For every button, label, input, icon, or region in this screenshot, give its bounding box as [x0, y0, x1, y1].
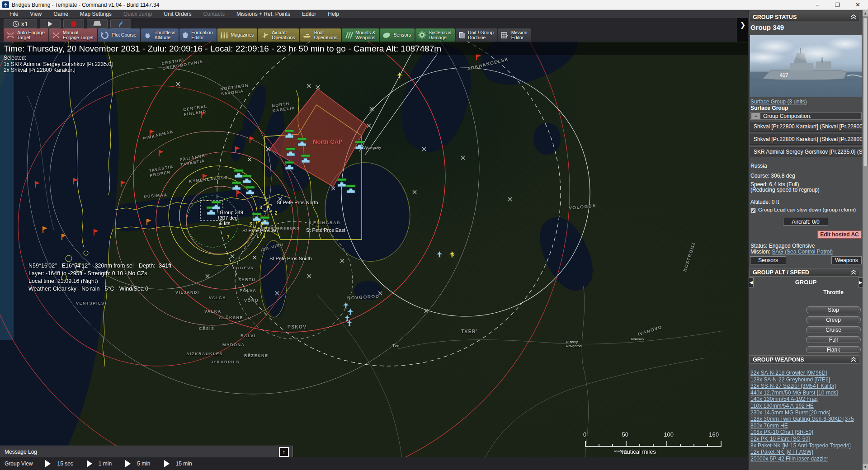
scroll-up-arrow[interactable]: ▲	[863, 10, 868, 16]
play-button[interactable]	[40, 19, 61, 28]
throttle-setting-button[interactable]: Flank	[806, 346, 861, 353]
bridge-view-button[interactable]	[87, 19, 108, 28]
aircraft-contact-icon[interactable]	[449, 251, 455, 258]
weapon-link[interactable]: 32x SS-N-27 Sizzler [3M54T Kalibr]	[750, 383, 859, 389]
group-alt-speed-header[interactable]: GROUP ALT / SPEED	[750, 268, 859, 277]
weapon-link[interactable]: 8x Paket-NK [M-15 Anti-Torpedo Torpedo]	[750, 442, 859, 449]
boat-operations-button[interactable]: BoatOperations	[300, 28, 341, 42]
manual-engage-target-button[interactable]: ManualEngage Target	[49, 28, 97, 42]
hostile-contact-icon[interactable]	[476, 54, 481, 60]
group-weapons-header[interactable]: GROUP WEAPONS	[750, 355, 859, 364]
hostile-contact-icon[interactable]	[159, 150, 164, 156]
ref-point-x[interactable]	[461, 156, 465, 160]
menu-item[interactable]: Editor	[296, 11, 322, 17]
friendly-ship-icon[interactable]	[232, 182, 241, 190]
map-viewport[interactable]: ??? Time: Thursday, 20 November 2031 - Z…	[0, 42, 748, 470]
weapon-link[interactable]: 128x 30mm Twin Gatling Gsh-6-30KD [375	[750, 416, 859, 422]
friendly-ship-icon[interactable]	[212, 201, 221, 209]
weapon-link[interactable]: 110x 130mm/54 A-192 HE	[750, 403, 859, 409]
sensors-panel-button[interactable]: Sensors	[750, 256, 786, 264]
group-status-header[interactable]: GROUP STATUS	[750, 13, 859, 21]
weapons-panel-button[interactable]: Weapons	[831, 256, 862, 264]
aircraft-count-button[interactable]: Aircraft: 0/0	[783, 218, 828, 226]
composition-item[interactable]: SKR Admiral Sergey Gorshkov [Pr.2235.0] …	[750, 146, 862, 157]
record-button[interactable]	[63, 19, 84, 28]
sensors-button[interactable]: Sensors	[380, 28, 415, 42]
ref-point-x[interactable]	[206, 274, 209, 278]
aircraft-operations-button[interactable]: AircraftOperations	[258, 28, 298, 42]
weapon-link[interactable]: 140x 130mm/54 A-192 Frag	[750, 396, 859, 402]
ref-point-x[interactable]	[176, 82, 180, 86]
mounts-weapons-button[interactable]: Mounts &Weapons	[342, 28, 379, 42]
time-step-button[interactable]: 5 min	[125, 460, 150, 467]
menu-item[interactable]: Help	[322, 11, 345, 17]
friendly-ship-icon[interactable]	[242, 175, 251, 183]
unit-group-doctrine-button[interactable]: Unit / GroupDoctrine	[456, 28, 497, 42]
weapon-link[interactable]: 128x SA-N-22 Greyhound [57E6]	[750, 376, 859, 383]
ref-point-x[interactable]	[425, 309, 428, 313]
friendly-ship-icon[interactable]	[234, 169, 243, 178]
weapon-link[interactable]: 440x 12.7mm/50 MG Burst [10 rnds]	[750, 390, 859, 396]
friendly-ship-icon[interactable]	[337, 179, 346, 187]
throttle-setting-button[interactable]: Full	[806, 336, 861, 343]
ref-point-x[interactable]	[508, 197, 512, 201]
menu-item[interactable]: Unit Orders	[158, 11, 197, 17]
ref-point-x[interactable]	[331, 187, 335, 190]
aircraft-contact-icon[interactable]	[347, 308, 354, 315]
friendly-ship-icon[interactable]	[252, 213, 261, 221]
menu-item[interactable]: Missions + Ref. Points	[231, 11, 296, 17]
ref-point-x[interactable]	[316, 85, 320, 89]
throttle-setting-button[interactable]: Cruise	[806, 326, 861, 333]
ref-point-x[interactable]	[340, 259, 344, 263]
friendly-ship-icon[interactable]	[245, 186, 255, 194]
maximize-button[interactable]: ❐	[827, 0, 848, 10]
close-button[interactable]: ✕	[848, 0, 868, 10]
aircraft-contact-icon[interactable]	[343, 302, 349, 309]
ref-point-x[interactable]	[422, 147, 426, 151]
ref-point-x[interactable]	[370, 107, 373, 111]
weapon-link[interactable]: 108x PK-10 Chaff [SR-50]	[750, 429, 859, 435]
aircraft-contact-icon[interactable]	[396, 72, 403, 79]
ref-point-x[interactable]	[307, 84, 311, 88]
friendly-ship-icon[interactable]	[285, 161, 294, 169]
sidebar-expander[interactable]: ❯	[737, 18, 749, 42]
weapon-link[interactable]: 32x SA-N-21d Growler [9M96D]	[750, 370, 859, 376]
throttle-setting-button[interactable]: Creep	[806, 316, 861, 323]
hostile-contact-icon[interactable]	[94, 229, 99, 235]
hostile-contact-icon[interactable]	[62, 234, 66, 240]
aircraft-contact-icon[interactable]	[436, 251, 443, 258]
ref-point-x[interactable]	[253, 256, 256, 259]
hostile-contact-icon[interactable]	[35, 181, 40, 188]
scroll-down-arrow[interactable]: ▼	[863, 464, 868, 470]
ref-point-x[interactable]	[248, 158, 251, 161]
ref-point-x[interactable]	[231, 254, 234, 258]
menu-item[interactable]: File	[4, 11, 24, 17]
time-step-button[interactable]: 15 min	[164, 460, 192, 467]
menu-item[interactable]: Map Settings	[74, 11, 118, 17]
edit-hosted-ac-button[interactable]: Edit hosted AC	[817, 230, 862, 239]
time-compression-button[interactable]: x1	[4, 19, 37, 28]
hostile-contact-icon[interactable]	[147, 219, 151, 225]
mission-editor-button[interactable]: MissionEditor	[498, 28, 531, 42]
hostile-contact-icon[interactable]	[236, 146, 240, 153]
hostile-contact-icon[interactable]	[43, 226, 47, 233]
composition-item[interactable]: Shkval [Pr.22800 Karakurt] (Shkval [Pr.2…	[750, 134, 862, 145]
menu-item[interactable]: Quick Jump	[118, 11, 158, 17]
scrollbar-thumb[interactable]	[863, 17, 868, 166]
menu-item[interactable]: View	[24, 11, 47, 17]
weapon-link[interactable]: 12x Paket-NK [MTT ASW]	[750, 449, 859, 455]
menu-item[interactable]: Game	[47, 11, 74, 17]
minimize-button[interactable]: –	[807, 0, 827, 10]
view-mode-label[interactable]: Group View	[5, 461, 33, 467]
formation-editor-button[interactable]: FormationEditor	[179, 28, 216, 42]
throttle-altitude-button[interactable]: Throttle &Altitude	[141, 28, 179, 42]
plot-course-button[interactable]: Plot Course	[98, 28, 140, 42]
time-step-button[interactable]: 1 min	[87, 460, 112, 467]
composition-item[interactable]: Shkval [Pr.22800 Karakurt] (Shkval [Pr.2…	[750, 121, 862, 132]
ref-point-x[interactable]	[413, 190, 416, 194]
ref-point-x[interactable]	[367, 124, 371, 127]
ref-point-x[interactable]	[275, 291, 279, 295]
weapon-link[interactable]: 20000x 5P-42 Filin laser-dazzler	[750, 456, 859, 462]
message-log-bar[interactable]: Message Log ↑	[0, 446, 293, 458]
message-log-popout-button[interactable]: ↑	[279, 447, 289, 457]
